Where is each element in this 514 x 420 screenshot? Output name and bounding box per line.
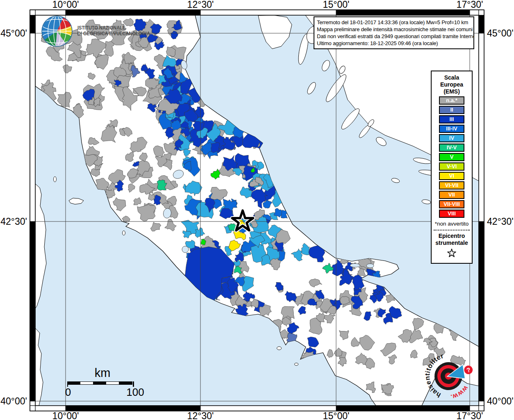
axis-label-top-2: 15°00' [323, 0, 350, 9]
axis-label-left-1: 42°30' [0, 217, 27, 226]
legend-epicenter-line2: strumentale [432, 240, 472, 247]
legend-swatch-vii: VII [439, 191, 464, 199]
small-island [54, 177, 57, 182]
scale-segment-3 [106, 381, 119, 385]
legend-swatch-iii: III [439, 115, 464, 123]
legend-swatch-vvi: V-VI [439, 162, 464, 171]
legend-separator [434, 230, 470, 231]
axis-label-left-0: 45°00' [0, 28, 27, 38]
legend-title-line2: Europea [432, 81, 472, 88]
legend-swatch-viii: VIII [439, 210, 464, 218]
frame-corner [30, 10, 35, 15]
title-line-data: Dati non verificati estratti da 2949 que… [317, 33, 471, 40]
axis-label-left-2: 40°00' [0, 396, 27, 406]
small-island [277, 347, 282, 350]
legend-swatch-na: n.a.* [439, 96, 464, 105]
epicenter-star-icon [446, 248, 458, 258]
legend-swatch-ivv: IV-V [439, 144, 464, 152]
axis-label-top-0: 10°00' [52, 0, 79, 9]
municipality [211, 142, 220, 153]
title-line-event: Terremoto del 18-01-2017 14:33:36 (ora l… [317, 19, 471, 26]
axis-label-right-1: 42°30' [487, 217, 514, 226]
frame-corner [30, 406, 35, 411]
axis-label-top-1: 12°30' [187, 0, 214, 9]
scale-segment-1 [80, 381, 93, 385]
legend-swatch-iiiiv: III-IV [439, 125, 464, 133]
title-line-update: Ultimo aggiornamento: 18-12-2025 09:46 (… [317, 40, 471, 47]
legend-swatch-vi: VI [439, 172, 464, 180]
lake [366, 264, 374, 268]
legend-swatch-iv: IV [439, 134, 464, 142]
axis-label-bottom-2: 15°00' [323, 411, 350, 420]
axis-label-top-3: 17°30' [457, 0, 483, 9]
ingv-logo-text: ISTITUTO NAZIONALE DI GEOFISICA E VULCAN… [77, 25, 150, 37]
haisentitoilterremoto-logo: ? haisentitoilterremoto.it www. [418, 345, 480, 408]
scale-tick-end [133, 381, 134, 387]
intensity-legend: Scala Europea (EMS) n.a.*IIIIIIII-IVIVIV… [431, 71, 473, 264]
scale-bar-segments [68, 381, 132, 385]
legend-title-line3: (EMS) [432, 88, 472, 95]
axis-label-bottom-0: 10°00' [52, 411, 79, 420]
axis-label-bottom-3: 17°30' [457, 411, 483, 420]
legend-swatch-ii: II [439, 106, 464, 114]
axis-label-bottom-1: 12°30' [187, 411, 214, 420]
scale-segment-0 [67, 381, 81, 385]
ingv-name-line1: ISTITUTO NAZIONALE [77, 25, 150, 31]
legend-epicenter-line1: Epicentro [432, 233, 472, 240]
map-title-box: Terremoto del 18-01-2017 14:33:36 (ora l… [314, 16, 474, 49]
legend-swatch-viiviii: VII-VIII [439, 200, 464, 208]
legend-swatch-v: V [439, 153, 464, 161]
lake [182, 246, 189, 253]
legend-title-line1: Scala [432, 74, 472, 81]
scale-end-label: 100 [123, 386, 148, 399]
scale-unit-label: km [84, 366, 121, 380]
axis-label-right-2: 40°00' [487, 396, 514, 406]
scale-start-label: 0 [64, 386, 72, 399]
small-island [295, 363, 298, 365]
lake [350, 264, 360, 267]
small-island [123, 231, 125, 235]
ingv-globe-icon [40, 14, 74, 48]
map-scale-bar: km 0 100 [61, 366, 152, 404]
epicenter-star-glyph [448, 249, 456, 257]
title-line-desc: Mappa preliminare delle intensità macros… [317, 26, 471, 33]
ingv-logo: ISTITUTO NAZIONALE DI GEOFISICA E VULCAN… [40, 14, 160, 48]
scale-segment-2 [93, 381, 107, 385]
scale-tick-start [67, 381, 68, 387]
map-content [35, 15, 479, 406]
legend-swatch-vivii: VI-VII [439, 181, 464, 189]
scale-segment-4 [119, 381, 132, 385]
axis-label-right-0: 45°00' [487, 28, 514, 38]
legend-footnote: *non avvertito [432, 221, 472, 227]
legend-items: n.a.*IIIIIIII-IVIVIV-VVV-VIVIVI-VIIVIIVI… [432, 96, 472, 218]
frame-corner [479, 10, 484, 15]
ingv-name-line2: DI GEOFISICA E VULCANOLOGIA [77, 31, 150, 37]
seismic-intensity-map-page: 10°00'10°00'12°30'12°30'15°00'15°00'17°3… [0, 0, 514, 420]
